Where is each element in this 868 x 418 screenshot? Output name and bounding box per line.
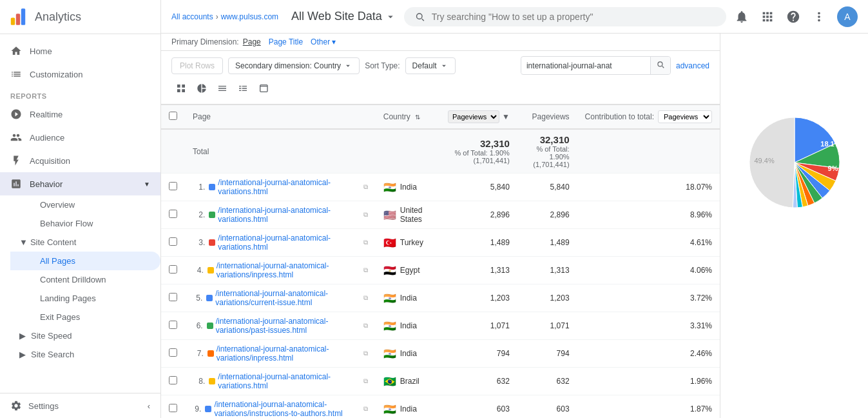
settings-bar[interactable]: Settings ‹ [0, 393, 160, 418]
sidebar-item-site-speed[interactable]: ▶ Site Speed [0, 326, 160, 345]
copy-icon[interactable]: ⧉ [363, 350, 368, 357]
select-all-checkbox[interactable] [169, 112, 177, 120]
site-content-subnav: All Pages Content Drilldown Landing Page… [0, 252, 160, 326]
page-link[interactable]: /international-journal-anatomical-variat… [218, 206, 360, 224]
row-pageviews: 794 [517, 340, 577, 368]
main-content: All accounts › www.pulsus.com All Web Si… [161, 0, 868, 418]
row-checkbox[interactable] [169, 265, 177, 274]
user-avatar[interactable]: A [837, 6, 858, 27]
sidebar-item-overview[interactable]: Overview [30, 195, 160, 214]
search-icon [414, 11, 425, 23]
sidebar-item-site-content[interactable]: ▼ Site Content [0, 233, 160, 252]
th-page[interactable]: Page [185, 105, 376, 130]
breadcrumb-all-accounts[interactable]: All accounts [171, 12, 213, 21]
row-checkbox[interactable] [169, 404, 177, 412]
row-checkbox[interactable] [169, 321, 177, 329]
sidebar-item-exit-pages[interactable]: Exit Pages [10, 308, 160, 326]
view-pie-icon[interactable] [192, 80, 211, 99]
svg-rect-0 [11, 18, 15, 25]
dim-link-other[interactable]: Other ▾ [311, 37, 336, 46]
sidebar-item-all-pages[interactable]: All Pages [10, 252, 160, 270]
page-link[interactable]: /international-journal-anatomical-variat… [216, 317, 361, 335]
search-box[interactable] [404, 7, 726, 26]
sidebar-item-landing-pages[interactable]: Landing Pages [10, 289, 160, 308]
dim-link-page-title[interactable]: Page Title [269, 37, 303, 46]
sidebar-item-realtime[interactable]: Realtime [0, 103, 160, 126]
advanced-link[interactable]: advanced [676, 61, 709, 70]
table-body: 1. /international-journal-anatomical-var… [161, 174, 720, 419]
country-flag: 🇪🇬 [383, 264, 396, 277]
sidebar-item-content-drilldown[interactable]: Content Drilldown [10, 270, 160, 289]
sidebar-item-behavior[interactable]: Behavior ▼ [0, 172, 160, 195]
th-country[interactable]: Country ⇅ [376, 105, 440, 130]
row-pageviews-sort: 632 [440, 368, 517, 395]
copy-icon[interactable]: ⧉ [363, 377, 368, 385]
sidebar-item-site-search[interactable]: ▶ Site Search [0, 345, 160, 364]
country-flag: 🇮🇳 [383, 403, 396, 415]
copy-icon[interactable]: ⧉ [363, 322, 368, 330]
view-pivot-icon[interactable] [254, 80, 273, 99]
page-link[interactable]: /international-journal-anatomical-variat… [218, 372, 360, 390]
copy-icon[interactable]: ⧉ [363, 239, 368, 246]
breadcrumb-website[interactable]: www.pulsus.com [221, 12, 278, 21]
copy-icon[interactable]: ⧉ [363, 183, 368, 191]
sidebar: Analytics Home Customization REPORTS Rea… [0, 0, 161, 418]
help-icon[interactable] [786, 9, 801, 25]
row-contribution: 1.96% [577, 368, 720, 395]
account-selector[interactable]: All Web Site Data [291, 10, 396, 23]
dim-link-page[interactable]: Page [243, 37, 261, 46]
table-row: 9. /international-journal-anatomical-var… [161, 395, 720, 419]
search-input[interactable] [432, 12, 716, 22]
country-flag: 🇮🇳 [383, 181, 396, 194]
view-list-icon[interactable] [213, 80, 232, 99]
page-link[interactable]: /international-journal-anatomical-variat… [217, 261, 361, 279]
country-flag: 🇮🇳 [383, 348, 396, 360]
row-checkbox[interactable] [169, 237, 177, 246]
page-link[interactable]: /international-journal-anatomical-variat… [218, 234, 360, 252]
row-contribution: 3.72% [577, 284, 720, 312]
page-link[interactable]: /international-journal-anatomical-variat… [214, 400, 360, 418]
row-pageviews: 1,313 [517, 257, 577, 284]
svg-rect-2 [21, 8, 25, 25]
row-color-dot [209, 239, 215, 246]
sidebar-item-acquisition[interactable]: Acquisition [0, 149, 160, 172]
row-pageviews: 603 [517, 395, 577, 419]
row-pageviews-sort: 1,203 [440, 284, 517, 312]
collapse-sidebar-button[interactable]: ‹ [148, 401, 150, 411]
page-link[interactable]: /international-journal-anatomical-variat… [217, 344, 361, 363]
secondary-dimension-dropdown[interactable]: Secondary dimension: Country [228, 57, 360, 74]
toolbar: Plot Rows Secondary dimension: Country S… [161, 51, 720, 104]
sidebar-item-home[interactable]: Home [0, 39, 160, 63]
notifications-icon[interactable] [734, 9, 749, 25]
search-filter-icon[interactable] [650, 57, 670, 74]
search-filter-input[interactable] [521, 58, 650, 74]
copy-icon[interactable]: ⧉ [363, 294, 368, 302]
row-checkbox[interactable] [169, 348, 177, 357]
copy-icon[interactable]: ⧉ [363, 211, 368, 219]
view-compare-icon[interactable] [233, 80, 253, 99]
country-flag: 🇮🇳 [383, 320, 396, 332]
more-icon[interactable] [811, 9, 827, 25]
row-checkbox[interactable] [169, 210, 177, 218]
row-checkbox[interactable] [169, 182, 177, 190]
apps-icon[interactable] [760, 9, 775, 25]
contribution-metric-select[interactable]: Pageviews [658, 110, 712, 123]
row-pageviews-sort: 794 [440, 340, 517, 368]
sidebar-item-behavior-flow[interactable]: Behavior Flow [30, 214, 160, 233]
pageviews-sort-select[interactable]: Pageviews [448, 110, 499, 123]
sidebar-item-customization[interactable]: Customization [0, 63, 160, 86]
plot-rows-button[interactable]: Plot Rows [171, 57, 223, 74]
svg-rect-1 [16, 14, 20, 25]
sort-type-dropdown[interactable]: Default [405, 57, 456, 74]
country-name: India [400, 349, 417, 358]
row-checkbox[interactable] [169, 293, 177, 301]
copy-icon[interactable]: ⧉ [363, 405, 368, 413]
page-link[interactable]: /international-journal-anatomical-variat… [218, 178, 360, 196]
th-pageviews-sort[interactable]: Pageviews ▼ [440, 105, 517, 130]
view-grid-icon[interactable] [171, 80, 191, 99]
page-link[interactable]: /international-journal-anatomical-variat… [215, 289, 361, 307]
sidebar-item-audience[interactable]: Audience [0, 126, 160, 149]
copy-icon[interactable]: ⧉ [363, 266, 368, 274]
row-checkbox[interactable] [169, 376, 177, 384]
table-row: 2. /international-journal-anatomical-var… [161, 201, 720, 229]
